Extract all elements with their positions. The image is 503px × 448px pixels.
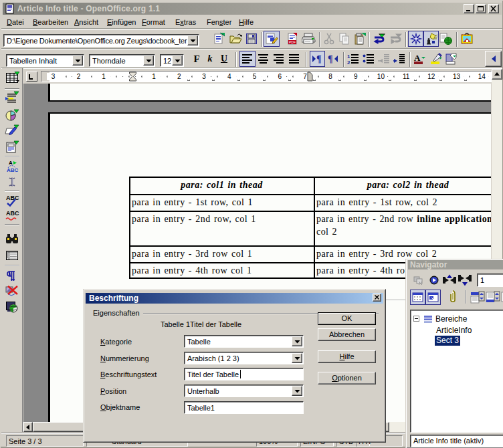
svg-text:2: 2 <box>347 60 350 64</box>
svg-text:PDF: PDF <box>289 40 296 44</box>
svg-text:ABC: ABC <box>6 210 19 217</box>
svg-text:ABC: ABC <box>7 167 19 173</box>
svg-text:¶: ¶ <box>316 54 322 64</box>
svg-text:1: 1 <box>347 53 350 60</box>
svg-text:ABC: ABC <box>6 195 19 201</box>
svg-text:A: A <box>414 53 421 63</box>
svg-text:¶: ¶ <box>328 54 333 64</box>
svg-text:A: A <box>9 160 13 166</box>
